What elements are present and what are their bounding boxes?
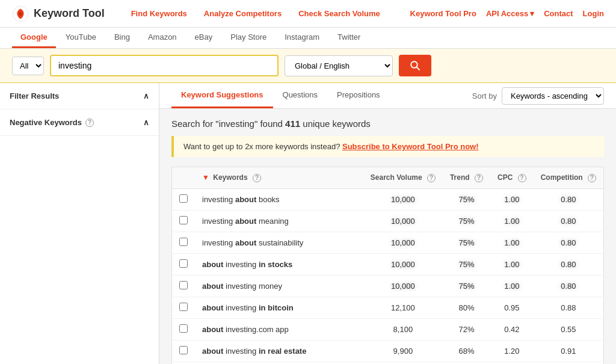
- th-trend[interactable]: Trend ?: [443, 167, 490, 189]
- keyword-cell: investing about meaning: [195, 210, 363, 232]
- comp-cell: 0.91: [534, 340, 604, 362]
- nav-login[interactable]: Login: [583, 9, 604, 18]
- trend-cell: 55%: [443, 362, 490, 364]
- results-count: 411: [285, 119, 300, 129]
- comp-cell: 0.55: [534, 318, 604, 340]
- sv-cell: 10,000: [363, 275, 443, 297]
- row-checkbox[interactable]: [179, 259, 188, 268]
- table-row: investing across borders6,60055%0.300.40: [172, 362, 604, 364]
- comp-cell: 0.80: [534, 188, 604, 210]
- nav-analyze-competitors[interactable]: Analyze Competitors: [196, 0, 290, 28]
- row-checkbox[interactable]: [179, 346, 188, 354]
- tab-keyword-suggestions[interactable]: Keyword Suggestions: [171, 83, 273, 108]
- nav-find-keywords[interactable]: Find Keywords: [123, 0, 196, 28]
- svg-point-1: [19, 11, 22, 16]
- keyword-cell: about investing money: [195, 275, 363, 297]
- trend-cell: 75%: [443, 188, 490, 210]
- tab-instagram[interactable]: Instagram: [276, 28, 328, 48]
- negative-keywords-info-icon[interactable]: ?: [85, 119, 94, 127]
- platform-bar: Google YouTube Bing Amazon eBay Play Sto…: [0, 28, 616, 49]
- comp-info-icon[interactable]: ?: [588, 174, 596, 182]
- th-checkbox: [172, 167, 196, 189]
- comp-cell: 0.88: [534, 297, 604, 318]
- results-summary-text: Search for "investing" found: [171, 119, 283, 129]
- comp-cell: 0.40: [534, 362, 604, 364]
- cpc-cell: 0.95: [490, 297, 534, 318]
- row-checkbox[interactable]: [179, 303, 188, 311]
- right-nav: Keyword Tool Pro API Access ▾ Contact Lo…: [410, 9, 604, 18]
- table-row: about investing in bitcoin12,10080%0.950…: [172, 297, 604, 318]
- th-keywords[interactable]: ▼ Keywords ?: [195, 167, 363, 189]
- main-nav: Find Keywords Analyze Competitors Check …: [123, 0, 410, 28]
- sort-bar: Sort by Keywords - ascending: [472, 87, 604, 105]
- tab-ebay[interactable]: eBay: [186, 28, 221, 48]
- table-row: about investing in stocks10,00075%1.000.…: [172, 253, 604, 275]
- logo-icon: [12, 5, 29, 22]
- search-icon: [410, 60, 420, 71]
- nav-keyword-tool-pro[interactable]: Keyword Tool Pro: [410, 9, 476, 18]
- table-row: about investing in real estate9,90068%1.…: [172, 340, 604, 362]
- trend-cell: 75%: [443, 210, 490, 232]
- trend-cell: 80%: [443, 297, 490, 318]
- language-select[interactable]: Global / English: [285, 55, 393, 76]
- cpc-cell: 1.00: [490, 188, 534, 210]
- keyword-cell: about investing in real estate: [195, 340, 363, 362]
- trend-info-icon[interactable]: ?: [475, 174, 483, 182]
- tab-prepositions[interactable]: Prepositions: [327, 83, 390, 108]
- logo-text: Keyword Tool: [34, 7, 105, 20]
- filter-section: Filter Results ∧: [0, 83, 159, 110]
- results-tabs: Keyword Suggestions Questions Prepositio…: [159, 83, 616, 109]
- tab-google[interactable]: Google: [12, 28, 56, 48]
- tab-questions[interactable]: Questions: [273, 83, 328, 108]
- filter-collapse-icon: ∧: [143, 91, 149, 100]
- search-input[interactable]: [50, 55, 279, 76]
- tab-youtube[interactable]: YouTube: [57, 28, 105, 48]
- sv-cell: 12,100: [363, 297, 443, 318]
- trend-cell: 68%: [443, 340, 490, 362]
- search-button[interactable]: [399, 55, 431, 76]
- cpc-cell: 1.00: [490, 232, 534, 253]
- nav-contact[interactable]: Contact: [544, 9, 573, 18]
- table-row: investing about books10,00075%1.000.80: [172, 188, 604, 210]
- trend-cell: 75%: [443, 253, 490, 275]
- comp-cell: 0.80: [534, 253, 604, 275]
- keywords-table: ▼ Keywords ? Search Volume ? Trend ?: [171, 167, 604, 364]
- promo-banner: Want to get up to 2x more keywords inste…: [171, 136, 604, 157]
- th-search-volume[interactable]: Search Volume ?: [363, 167, 443, 189]
- nav-api-access[interactable]: API Access ▾: [486, 9, 534, 18]
- svg-point-2: [411, 61, 417, 68]
- th-competition[interactable]: Competition ?: [534, 167, 604, 189]
- cpc-cell: 1.00: [490, 275, 534, 297]
- sv-cell: 10,000: [363, 210, 443, 232]
- negative-keywords-header[interactable]: Negative Keywords ? ∧: [0, 110, 159, 135]
- cpc-cell: 1.20: [490, 340, 534, 362]
- nav-check-search-volume[interactable]: Check Search Volume: [290, 0, 389, 28]
- trend-cell: 75%: [443, 232, 490, 253]
- promo-link[interactable]: Subscribe to Keyword Tool Pro now!: [342, 142, 479, 151]
- results-summary: Search for "investing" found 411 unique …: [171, 119, 604, 129]
- sv-info-icon[interactable]: ?: [427, 174, 436, 182]
- sort-select[interactable]: Keywords - ascending: [502, 87, 604, 105]
- tab-bing[interactable]: Bing: [106, 28, 138, 48]
- th-cpc[interactable]: CPC ?: [490, 167, 534, 189]
- cpc-cell: 1.00: [490, 253, 534, 275]
- row-checkbox[interactable]: [179, 281, 188, 289]
- sort-arrow-icon: ▼: [202, 173, 209, 182]
- result-tab-group: Keyword Suggestions Questions Prepositio…: [171, 83, 390, 108]
- kw-info-icon[interactable]: ?: [253, 174, 261, 182]
- cpc-cell: 1.00: [490, 210, 534, 232]
- main-content: Filter Results ∧ Negative Keywords ? ∧ K…: [0, 83, 616, 364]
- tab-amazon[interactable]: Amazon: [140, 28, 185, 48]
- tab-play-store[interactable]: Play Store: [222, 28, 275, 48]
- row-checkbox[interactable]: [179, 324, 188, 333]
- row-checkbox[interactable]: [179, 194, 188, 203]
- header: Keyword Tool Find Keywords Analyze Compe…: [0, 0, 616, 28]
- promo-text: Want to get up to 2x more keywords inste…: [183, 142, 340, 151]
- search-type-select[interactable]: All: [12, 57, 44, 75]
- row-checkbox[interactable]: [179, 238, 188, 246]
- cpc-info-icon[interactable]: ?: [518, 174, 526, 182]
- row-checkbox[interactable]: [179, 216, 188, 224]
- filter-header[interactable]: Filter Results ∧: [0, 83, 159, 109]
- tab-twitter[interactable]: Twitter: [329, 28, 369, 48]
- sv-cell: 10,000: [363, 232, 443, 253]
